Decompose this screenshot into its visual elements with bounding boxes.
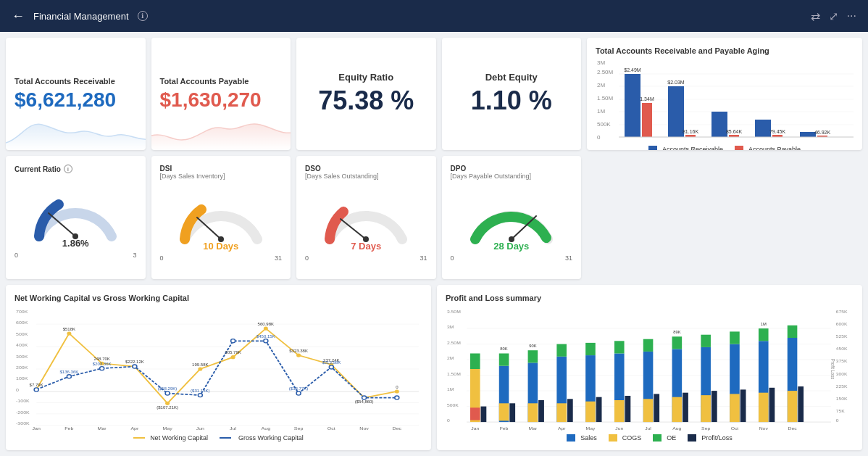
svg-text:150K: 150K	[836, 396, 848, 401]
svg-point-75	[362, 396, 367, 399]
legend-cogs: COGS	[609, 434, 642, 442]
svg-text:450K: 450K	[836, 347, 848, 352]
pnl-svg: 3.50M 3M 2.50M 2M 1.50M 1M 500K 0 675K 6…	[446, 307, 854, 431]
svg-point-61	[296, 354, 301, 357]
bar-91-ar	[800, 132, 816, 137]
svg-text:1-30: 1-30	[680, 139, 693, 141]
kpi-ap-title: Total Accounts Payable	[160, 77, 283, 86]
svg-text:675K: 675K	[836, 309, 848, 314]
gauge-dsi-wrapper: 10 Days 0 31	[160, 180, 283, 270]
svg-point-68	[133, 365, 137, 368]
nwc-line	[36, 328, 397, 403]
bar-mar-cogs	[528, 403, 538, 422]
gauge-dsi-value: 10 Days	[203, 241, 238, 252]
svg-point-73	[296, 391, 301, 395]
svg-rect-142	[625, 396, 631, 422]
svg-rect-141	[596, 397, 602, 422]
gauge-dpo-wrapper: 28 Days 0 31	[451, 180, 573, 270]
svg-text:$213.58K: $213.58K	[322, 361, 341, 365]
svg-text:May: May	[162, 426, 172, 431]
gauge-cr-value: 1.86%	[62, 238, 89, 249]
svg-text:2.50M: 2.50M	[597, 69, 614, 75]
svg-text:Feb: Feb	[500, 426, 509, 431]
svg-rect-148	[798, 386, 804, 422]
share-icon[interactable]: ⇄	[811, 9, 820, 23]
legend-ar: Accounts Receivable	[648, 146, 723, 150]
legend-pl: Profit/Loss	[688, 434, 733, 442]
gauge-dsi-title: DSI	[160, 165, 172, 173]
gauge-dso-subtitle: [Days Sales Outstanding]	[305, 173, 379, 180]
info-icon[interactable]: ℹ	[138, 11, 148, 21]
aging-legend: Accounts Receivable Accounts Payable	[596, 146, 854, 150]
bar-jul-cogs	[643, 399, 654, 422]
gauge-dso-value: 7 Days	[351, 241, 381, 252]
svg-point-71	[231, 339, 235, 343]
kpi-debt-equity: Debt Equity 1.10 %	[442, 38, 582, 150]
gauge-dso-svg	[319, 188, 413, 246]
svg-text:Dec: Dec	[788, 426, 798, 431]
svg-point-60	[264, 327, 268, 331]
svg-text:700K: 700K	[16, 309, 28, 313]
svg-text:Sep: Sep	[294, 426, 304, 431]
svg-text:3M: 3M	[447, 324, 454, 329]
back-button[interactable]: ←	[12, 9, 25, 24]
svg-text:Jul: Jul	[645, 426, 651, 431]
bar-mar-oe	[528, 350, 538, 362]
dashboard: Total Accounts Receivable $6,621,280 Tot…	[0, 32, 868, 456]
pnl-legend: Sales COGS OE Profit/Loss	[446, 434, 854, 442]
svg-text:305.79K: 305.79K	[225, 351, 241, 355]
bar-oct-cogs	[730, 394, 740, 422]
svg-point-67	[100, 367, 104, 370]
svg-point-74	[329, 365, 333, 369]
bar-current-ap	[642, 103, 652, 137]
svg-text:Oct: Oct	[327, 426, 335, 431]
svg-text:75K: 75K	[836, 409, 846, 414]
pnl-title: Profit and Loss summary	[446, 294, 854, 302]
kpi-equity-ratio: Equity Ratio 75.38 %	[296, 38, 436, 150]
gauge-cr-range: 0 3	[14, 252, 137, 259]
svg-rect-144	[683, 393, 688, 422]
gauge-dsi: DSI [Days Sales Inventory] 10 Days 0 31	[151, 156, 291, 279]
aging-chart: 0 500K 1M 1.50M 2M 2.50M 3M $2.49M	[596, 61, 854, 141]
svg-text:225K: 225K	[836, 384, 848, 389]
svg-text:Jan: Jan	[33, 426, 41, 431]
aging-title: Total Accounts Receivable and Payable Ag…	[596, 46, 854, 55]
kpi-total-ap: Total Accounts Payable $1,630,270	[151, 38, 291, 150]
more-icon[interactable]: ···	[847, 9, 856, 23]
svg-text:Apr: Apr	[558, 426, 566, 431]
svg-text:Oct: Oct	[731, 426, 739, 431]
svg-rect-140	[567, 399, 573, 422]
svg-point-70	[198, 394, 202, 397]
svg-point-65	[34, 388, 38, 391]
expand-icon[interactable]: ⤢	[829, 9, 838, 23]
svg-text:Profit Loss: Profit Loss	[830, 359, 835, 379]
gauge-dsi-subtitle: [Days Sales Inventory]	[160, 173, 225, 180]
svg-rect-143	[654, 394, 659, 422]
gauge-cr-title: Current Ratio i	[14, 165, 72, 173]
svg-text:79.45K: 79.45K	[769, 129, 786, 134]
gauge-dpo: DPO [Days Payable Outstanding] 28 Days 0…	[442, 156, 582, 279]
svg-text:89K: 89K	[673, 330, 681, 334]
bar-apr-cogs	[556, 403, 567, 422]
kpi-equity-value: 75.38 %	[318, 86, 414, 116]
legend-gwc: Gross Working Capital	[220, 434, 304, 442]
pnl-chart-area: 3.50M 3M 2.50M 2M 1.50M 1M 500K 0 675K 6…	[446, 307, 854, 442]
svg-text:Current: Current	[633, 139, 653, 141]
svg-text:1.34M: 1.34M	[640, 96, 654, 101]
bar-feb-cogs	[499, 403, 509, 420]
gauge-dpo-range: 0 31	[451, 254, 573, 262]
gauge-dpo-value: 28 Days	[493, 241, 529, 252]
bar-nov-oe	[759, 328, 769, 341]
gauge-dso: DSO [Days Sales Outstanding] 7 Days 0 31	[296, 156, 436, 279]
app-bar: ← Financial Management ℹ ⇄ ⤢ ···	[0, 0, 868, 32]
svg-text:0: 0	[447, 418, 450, 423]
bar-jun-oe	[614, 341, 625, 353]
svg-text:31-60: 31-60	[721, 139, 736, 141]
svg-text:46.92K: 46.92K	[814, 130, 831, 135]
bar-130-ar	[668, 86, 684, 137]
legend-nwc: Net Working Capital	[133, 434, 208, 442]
svg-point-57	[165, 402, 170, 405]
bar-current-ar	[625, 74, 640, 137]
svg-text:Mar: Mar	[98, 426, 107, 431]
cr-info-icon[interactable]: i	[64, 165, 72, 173]
